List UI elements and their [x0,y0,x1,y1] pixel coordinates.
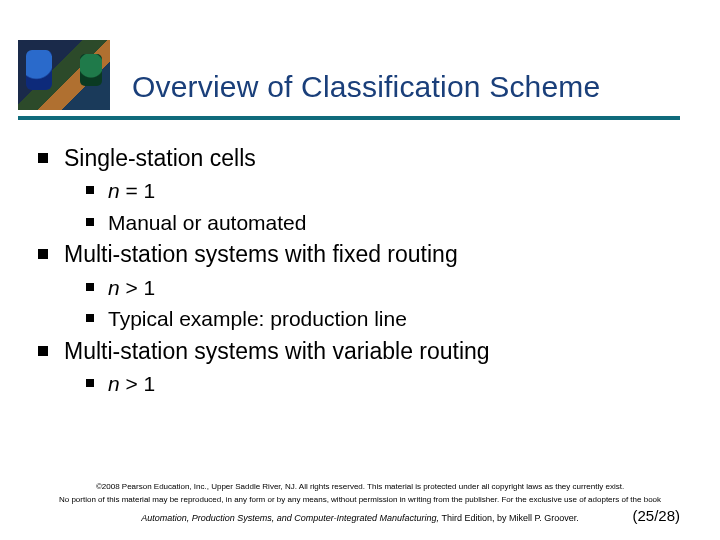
eq-text: > 1 [120,372,156,395]
sub-bullet: n > 1 [86,368,674,400]
bullet-variable-routing: Multi-station systems with variable rout… [38,335,674,400]
bullet-text: Multi-station systems with fixed routing [64,241,458,267]
slide-header: Overview of Classification Scheme [0,0,720,110]
book-rest: Third Edition, by Mikell P. Groover. [439,513,579,523]
slide-body: Single-station cells n = 1 Manual or aut… [0,120,720,400]
bullet-text: Single-station cells [64,145,256,171]
var-n: n [108,276,120,299]
copyright-line-2: No portion of this material may be repro… [36,495,684,506]
slide-title: Overview of Classification Scheme [132,70,600,104]
footer: ©2008 Pearson Education, Inc., Upper Sad… [0,482,720,524]
bullet-fixed-routing: Multi-station systems with fixed routing… [38,238,674,334]
var-n: n [108,372,120,395]
var-n: n [108,179,120,202]
bullet-text: Manual or automated [108,211,306,234]
bullet-list: Single-station cells n = 1 Manual or aut… [38,142,674,400]
sub-bullet: Manual or automated [86,207,674,239]
bullet-single-station: Single-station cells n = 1 Manual or aut… [38,142,674,238]
page-number: (25/28) [632,507,680,524]
header-thumbnail [18,40,110,110]
bullet-text: Typical example: production line [108,307,407,330]
bullet-text: Multi-station systems with variable rout… [64,338,490,364]
sublist: n > 1 [86,368,674,400]
book-citation: Automation, Production Systems, and Comp… [36,512,684,524]
slide: Overview of Classification Scheme Single… [0,0,720,540]
sublist: n > 1 Typical example: production line [86,272,674,335]
sub-bullet: Typical example: production line [86,303,674,335]
sub-bullet: n > 1 [86,272,674,304]
copyright-line-1: ©2008 Pearson Education, Inc., Upper Sad… [36,482,684,493]
eq-text: = 1 [120,179,156,202]
sublist: n = 1 Manual or automated [86,175,674,238]
book-title: Automation, Production Systems, and Comp… [141,513,439,523]
sub-bullet: n = 1 [86,175,674,207]
eq-text: > 1 [120,276,156,299]
